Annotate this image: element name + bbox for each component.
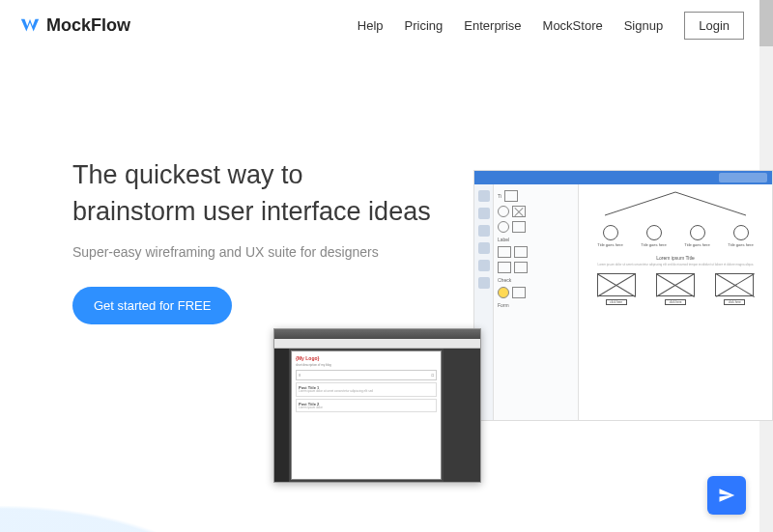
mockup-page-content: {My Logo} short description of my blog ≡… <box>291 350 442 480</box>
mockup-canvas: Title goes here Title goes here Title go… <box>579 184 772 420</box>
paper-plane-icon <box>718 487 735 504</box>
mockup-titlebar <box>274 329 480 339</box>
mockup-properties-panel <box>444 349 480 482</box>
mockup-left-tools <box>274 349 289 482</box>
nav-signup[interactable]: Signup <box>624 18 663 33</box>
cta-button[interactable]: Get started for FREE <box>72 287 232 324</box>
mockup-urlbar <box>274 339 480 349</box>
nav-enterprise[interactable]: Enterprise <box>464 18 521 33</box>
mockup-browser-window: {My Logo} short description of my blog ≡… <box>273 328 481 483</box>
mockup-lorem-title: Lorem ipsum Title <box>588 255 762 261</box>
scrollbar-thumb[interactable] <box>759 0 773 46</box>
nav-help[interactable]: Help <box>358 18 384 33</box>
mockup-lorem-body: Lorem ipsum dolor sit amet consectetur a… <box>588 264 762 267</box>
nav: Help Pricing Enterprise MockStore Signup… <box>358 12 744 40</box>
header: MockFlow Help Pricing Enterprise MockSto… <box>0 0 773 51</box>
nav-mockstore[interactable]: MockStore <box>543 18 603 33</box>
logo-icon <box>19 15 41 37</box>
login-button[interactable]: Login <box>684 12 744 40</box>
logo-text: MockFlow <box>46 15 130 36</box>
mockup-toolbar <box>474 171 772 184</box>
mockup-components-panel: Ti Label Check Form <box>494 184 579 420</box>
hero-title-line1: The quickest way to <box>72 160 303 189</box>
send-feedback-button[interactable] <box>707 476 746 515</box>
logo[interactable]: MockFlow <box>19 15 130 37</box>
hero-title-line2: brainstorm user interface ideas <box>72 197 431 226</box>
nav-pricing[interactable]: Pricing <box>405 18 444 33</box>
mockup-wireframe-app: Ti Label Check Form Title goes here Titl… <box>473 170 773 421</box>
